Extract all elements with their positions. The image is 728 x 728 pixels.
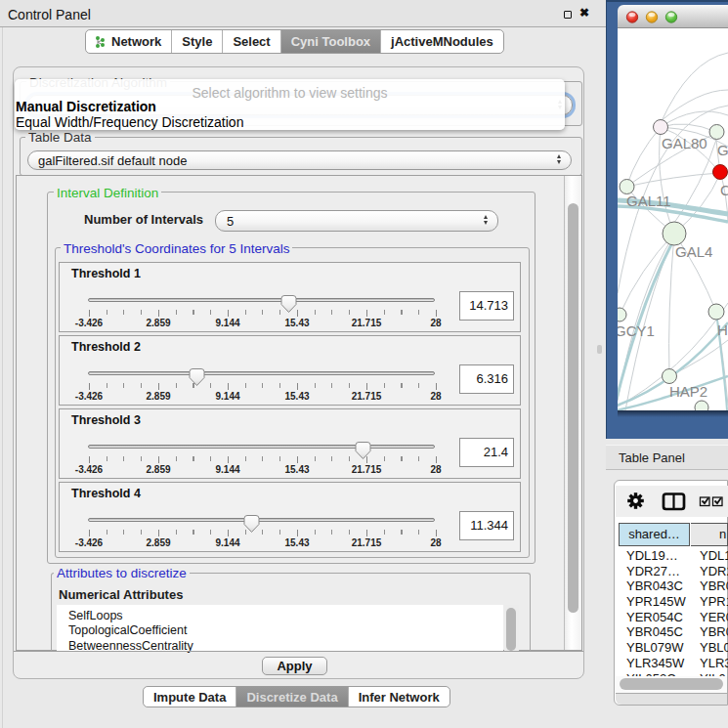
- svg-text:GCY1: GCY1: [618, 322, 655, 339]
- svg-text:GAL80: GAL80: [662, 135, 707, 151]
- svg-text:H: H: [717, 321, 728, 338]
- svg-text:GAL11: GAL11: [626, 193, 671, 209]
- svg-text:HAP2: HAP2: [669, 383, 707, 400]
- svg-text:C: C: [720, 182, 728, 198]
- svg-text:GAL4: GAL4: [675, 243, 712, 260]
- svg-text:G.: G.: [717, 142, 728, 158]
